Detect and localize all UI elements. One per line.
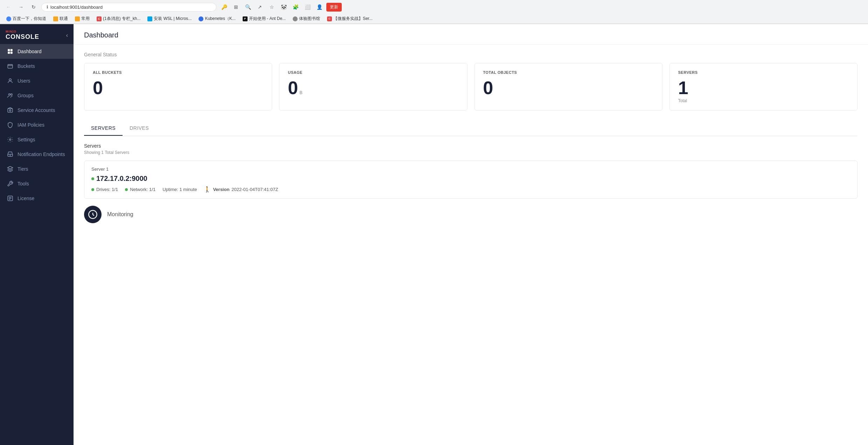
key-icon-btn[interactable]: 🔑 [219,2,229,12]
sidebar-item-buckets[interactable]: Buckets [0,59,74,73]
sidebar-item-tiers[interactable]: Tiers [0,162,74,176]
sidebar-item-service-accounts[interactable]: Service Accounts [0,103,74,118]
servers-label: SERVERS [678,70,849,75]
sidebar-item-license[interactable]: License [0,191,74,206]
bookmark-label: 联通 [60,16,68,22]
sidebar-item-tools[interactable]: Tools [0,176,74,191]
bookmark-kubernetes[interactable]: Kubenetes（K... [196,15,238,22]
back-button[interactable]: ← [4,2,13,12]
version-icon: 🚶 [204,186,211,193]
translate-icon-btn[interactable]: ⊞ [231,2,241,12]
split-icon-btn[interactable]: ⬜ [303,2,312,12]
version-value: 2022-01-04T07:41:07Z [231,187,278,192]
bookmark-label: 安装 WSL | Micros... [154,16,192,22]
sidebar-item-groups[interactable]: Groups [0,88,74,103]
bookmark-library[interactable]: 体验图书馆 [290,15,323,22]
server-drives-text: Drives: 1/1 [96,187,118,192]
bookmark-antd[interactable]: P 开始使用 - Ant De... [240,15,289,22]
total-objects-value: 0 [483,79,654,97]
svg-point-9 [11,94,13,96]
tab-drives[interactable]: DRIVES [123,121,156,136]
update-button[interactable]: 更新 [326,3,342,12]
servers-section-subtitle: Showing 1 Total Servers [84,150,857,155]
monitoring-icon [84,206,102,223]
svg-point-14 [9,139,11,141]
svg-rect-4 [8,65,13,69]
logo-text: MIN|O CONSOLE [6,30,39,41]
tabs-container: SERVERS DRIVES [84,121,857,136]
server-name: Server 1 [91,167,850,172]
bookmark-label: 体验图书馆 [299,16,320,22]
browser-chrome: ← → ↻ ℹ localhost:9001/dashboard 🔑 ⊞ 🔍 ↗… [0,0,868,24]
server-info: Drives: 1/1 Network: 1/1 Uptime: 1 minut… [91,186,850,193]
logo-mini: MIN|O [6,30,39,33]
settings-icon [7,136,13,143]
server-address: 172.17.0.2:9000 [91,175,850,183]
bookmark-icon-btn[interactable]: ☆ [267,2,277,12]
servers-value: 1 [678,79,849,97]
forward-button[interactable]: → [16,2,26,12]
page-header: Dashboard [74,24,868,45]
server-address-text: 172.17.0.2:9000 [96,175,147,183]
bookmark-label: (1条消息) 专栏_kh... [103,16,140,22]
sidebar-item-notification-endpoints[interactable]: Notification Endpoints [0,147,74,162]
bookmark-wsl[interactable]: 安装 WSL | Micros... [145,15,194,22]
tab-servers[interactable]: SERVERS [84,121,123,136]
bookmark-microservice[interactable]: C 【微服务实战】Ser... [324,15,375,22]
sidebar-item-iam-policies[interactable]: IAM Policies [0,118,74,132]
search-icon-btn[interactable]: 🔍 [243,2,253,12]
users-icon [7,78,13,84]
logo-console: CONSOLE [6,33,39,40]
app-container: MIN|O CONSOLE ‹ Dashboard [0,24,868,445]
sidebar-logo: MIN|O CONSOLE ‹ [0,24,74,44]
sidebar-item-users[interactable]: Users [0,73,74,88]
sidebar-item-label: Tools [18,181,29,186]
bookmark-label: 百度一下，你知道 [13,16,46,22]
browser-actions: 🔑 ⊞ 🔍 ↗ ☆ 🐼 🧩 ⬜ 👤 更新 [219,2,342,12]
bookmark-csdn[interactable]: C (1条消息) 专栏_kh... [94,15,143,22]
share-icon-btn[interactable]: ↗ [255,2,265,12]
bookmarks-bar: 百度一下，你知道 联通 常用 C (1条消息) 专栏_kh... 安装 WSL … [0,14,868,24]
address-bar[interactable]: ℹ localhost:9001/dashboard [41,3,216,12]
sidebar-item-settings[interactable]: Settings [0,132,74,147]
bookmark-liantong[interactable]: 联通 [50,15,71,22]
server-drives-item: Drives: 1/1 [91,187,118,192]
profile-icon-btn[interactable]: 🐼 [279,2,289,12]
server-network-item: Network: 1/1 [125,187,155,192]
tools-icon [7,181,13,187]
license-icon [7,195,13,202]
version-label: Version [213,187,229,192]
bookmark-changyong[interactable]: 常用 [72,15,92,22]
usage-unit: B [299,90,303,95]
stat-card-servers: SERVERS 1 Total [669,63,857,111]
groups-icon [7,92,13,99]
svg-rect-10 [8,109,13,113]
server-uptime-text: Uptime: 1 minute [162,187,197,192]
refresh-button[interactable]: ↻ [29,2,39,12]
service-accounts-icon [7,107,13,113]
svg-marker-16 [8,167,13,169]
buckets-icon [7,63,13,69]
usage-value: 0 [288,79,298,97]
stat-card-total-objects: TOTAL OBJECTS 0 [474,63,662,111]
total-objects-label: TOTAL OBJECTS [483,70,654,75]
browser-toolbar: ← → ↻ ℹ localhost:9001/dashboard 🔑 ⊞ 🔍 ↗… [0,0,868,14]
servers-section: Servers Showing 1 Total Servers Server 1… [84,143,857,199]
svg-rect-1 [11,49,13,51]
server-status-dot [91,177,94,180]
extensions-icon-btn[interactable]: 🧩 [291,2,300,12]
monitoring-section: Monitoring [84,206,857,223]
sidebar-collapse-button[interactable]: ‹ [66,32,68,38]
account-icon-btn[interactable]: 👤 [314,2,324,12]
usage-label: USAGE [288,70,458,75]
sidebar-item-label: Service Accounts [18,107,55,113]
lock-icon: ℹ [47,5,48,9]
svg-rect-3 [11,52,13,54]
stat-card-all-buckets: ALL BUCKETS 0 [84,63,272,111]
bookmark-label: 开始使用 - Ant De... [249,16,286,22]
server-version-item: 🚶 Version 2022-01-04T07:41:07Z [204,186,278,193]
svg-point-8 [9,94,11,96]
sidebar-item-dashboard[interactable]: Dashboard [0,44,74,59]
bookmark-baidu[interactable]: 百度一下，你知道 [4,15,49,22]
bookmark-label: 常用 [81,16,90,22]
